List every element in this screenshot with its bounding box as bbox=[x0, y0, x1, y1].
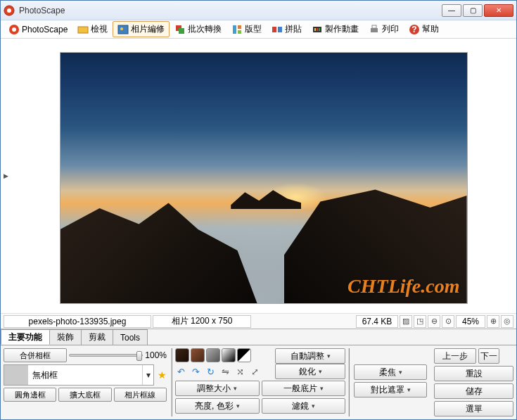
app-window: PhotoScape — ▢ ✕ PhotoScape 檢視 相片編修 批次轉換… bbox=[0, 0, 517, 420]
zoom-field: 45% bbox=[456, 315, 485, 328]
sharpen-button[interactable]: 銳化 bbox=[275, 364, 345, 379]
merge-frame-button[interactable]: 合併相框 bbox=[4, 348, 67, 362]
tab-batch[interactable]: 批次轉換 bbox=[170, 21, 226, 37]
menu-button[interactable]: 選單 bbox=[434, 401, 513, 416]
reset-button[interactable]: 重設 bbox=[434, 366, 513, 381]
svg-point-3 bbox=[12, 27, 16, 32]
close-button[interactable]: ✕ bbox=[484, 4, 513, 17]
app-icon bbox=[4, 5, 15, 16]
main-toolbar: PhotoScape 檢視 相片編修 批次轉換 版型 拼貼 製作動畫 列印 ?幫… bbox=[1, 20, 516, 39]
print-icon bbox=[369, 24, 380, 35]
globe-icon bbox=[8, 24, 20, 35]
window-title: PhotoScape bbox=[19, 6, 442, 15]
minimize-button[interactable]: — bbox=[442, 4, 461, 17]
batch-icon bbox=[174, 24, 186, 35]
panel-body: 合併相框 100% 無相框 ▾ ★ 圓角邊框 擴大底框 相片框線 bbox=[1, 345, 516, 419]
photo-icon bbox=[117, 24, 129, 35]
svg-rect-13 bbox=[278, 27, 282, 32]
status-bar: pexels-photo-133935.jpeg 相片 1200 x 750 6… bbox=[1, 313, 516, 329]
svg-rect-4 bbox=[78, 27, 88, 33]
swatch-invert[interactable] bbox=[237, 348, 251, 362]
expand-icon[interactable]: ⤢ bbox=[249, 366, 260, 377]
filter-button[interactable]: 濾鏡 bbox=[262, 398, 346, 414]
adjust-column: 自動調整 ↶ ↷ ↻ ⇋ ⤭ ⤢ 銳化 調整大小 一般底片 亮度, 色 bbox=[171, 348, 350, 416]
tab-editor[interactable]: 相片編修 bbox=[113, 21, 170, 37]
film-button[interactable]: 一般底片 bbox=[262, 381, 346, 396]
swatch-gray[interactable] bbox=[206, 348, 220, 362]
effect-column: 柔焦 對比遮罩 bbox=[354, 348, 427, 416]
rotate-cw-icon[interactable]: ↻ bbox=[205, 366, 216, 377]
auto-adjust-button[interactable]: 自動調整 bbox=[275, 348, 345, 364]
flip-h-icon[interactable]: ⇋ bbox=[219, 366, 231, 377]
rotate-left-icon[interactable]: ↶ bbox=[175, 366, 186, 377]
tab-photoscape[interactable]: PhotoScape bbox=[4, 22, 72, 37]
action-column: 上一步 下一 重設 儲存 選單 bbox=[431, 348, 513, 416]
soft-focus-button[interactable]: 柔焦 bbox=[354, 364, 427, 380]
star-icon[interactable]: ★ bbox=[158, 369, 167, 381]
rotate-right-icon[interactable]: ↷ bbox=[190, 366, 201, 377]
svg-point-6 bbox=[120, 27, 123, 30]
tab-print[interactable]: 列印 bbox=[364, 21, 404, 37]
page-icon bbox=[231, 24, 243, 35]
folder-icon bbox=[77, 24, 89, 35]
expand-frame-button[interactable]: 擴大底框 bbox=[58, 388, 111, 402]
brightness-button[interactable]: 亮度, 色彩 bbox=[175, 398, 260, 414]
svg-rect-11 bbox=[238, 30, 241, 34]
filesize-field: 67.4 KB bbox=[356, 315, 398, 328]
maximize-button[interactable]: ▢ bbox=[463, 4, 483, 17]
swatch-sepia[interactable] bbox=[191, 348, 205, 362]
combine-icon bbox=[272, 24, 283, 35]
photo-preview: CHTLife.com bbox=[60, 52, 468, 304]
canvas-area: ▶ CHTLife.com bbox=[1, 39, 516, 313]
resize-button[interactable]: 調整大小 bbox=[175, 381, 260, 396]
svg-rect-10 bbox=[238, 25, 241, 29]
tab-tools[interactable]: Tools bbox=[113, 329, 148, 345]
svg-rect-19 bbox=[372, 25, 376, 28]
gif-icon bbox=[312, 24, 323, 35]
checker-icon[interactable]: ▨ bbox=[400, 315, 412, 328]
tab-view[interactable]: 檢視 bbox=[72, 21, 113, 37]
svg-rect-9 bbox=[233, 25, 236, 34]
svg-point-1 bbox=[7, 8, 11, 13]
photo-border-button[interactable]: 相片框線 bbox=[114, 388, 167, 402]
zoom-fit-button[interactable]: ⊙ bbox=[442, 315, 454, 328]
info-icon[interactable]: ◳ bbox=[414, 315, 426, 328]
svg-text:?: ? bbox=[412, 25, 417, 34]
swatch-bw[interactable] bbox=[222, 348, 236, 362]
undo-button[interactable]: 上一步 bbox=[434, 348, 476, 364]
side-panel-toggle[interactable]: ▶ bbox=[1, 39, 11, 313]
svg-rect-17 bbox=[319, 28, 320, 31]
tab-combine[interactable]: 拼貼 bbox=[267, 21, 307, 37]
tab-gif[interactable]: 製作動畫 bbox=[307, 21, 364, 37]
contrast-mask-button[interactable]: 對比遮罩 bbox=[354, 382, 427, 397]
dimensions-field: 相片 1200 x 750 bbox=[153, 315, 251, 328]
flip-v-icon[interactable]: ⤭ bbox=[234, 366, 245, 377]
save-button[interactable]: 儲存 bbox=[434, 383, 513, 399]
tab-crop[interactable]: 剪裁 bbox=[81, 329, 113, 345]
window-controls: — ▢ ✕ bbox=[442, 4, 513, 17]
redo-button[interactable]: 下一 bbox=[478, 348, 499, 364]
watermark-text: CHTLife.com bbox=[347, 275, 459, 298]
svg-rect-15 bbox=[314, 28, 316, 31]
image-viewport[interactable]: CHTLife.com bbox=[11, 39, 516, 313]
swatch-sepia-dark[interactable] bbox=[175, 348, 189, 362]
editor-panel: 主要功能 裝飾 剪裁 Tools 合併相框 100% 無相框 ▾ ★ bbox=[1, 329, 516, 419]
zoom-reset-button[interactable]: ◎ bbox=[501, 315, 513, 328]
svg-rect-18 bbox=[371, 28, 378, 32]
frame-thumbnail bbox=[4, 365, 28, 385]
zoom-in-button[interactable]: ⊕ bbox=[487, 315, 499, 328]
frame-dropdown[interactable]: 無相框 ▾ bbox=[4, 364, 154, 386]
svg-rect-12 bbox=[272, 27, 276, 32]
swatch-row: 自動調整 bbox=[175, 348, 345, 362]
tab-page[interactable]: 版型 bbox=[226, 21, 267, 37]
zoom-out-button[interactable]: ⊖ bbox=[428, 315, 440, 328]
frame-opacity-slider[interactable] bbox=[69, 354, 143, 357]
svg-rect-8 bbox=[179, 28, 184, 34]
tab-help[interactable]: ?幫助 bbox=[404, 21, 444, 37]
tab-main[interactable]: 主要功能 bbox=[1, 329, 50, 345]
slider-value: 100% bbox=[145, 350, 167, 360]
tab-decorate[interactable]: 裝飾 bbox=[49, 329, 82, 345]
round-frame-button[interactable]: 圓角邊框 bbox=[4, 388, 56, 402]
svg-rect-16 bbox=[317, 28, 318, 31]
frame-label: 無相框 bbox=[28, 365, 142, 385]
